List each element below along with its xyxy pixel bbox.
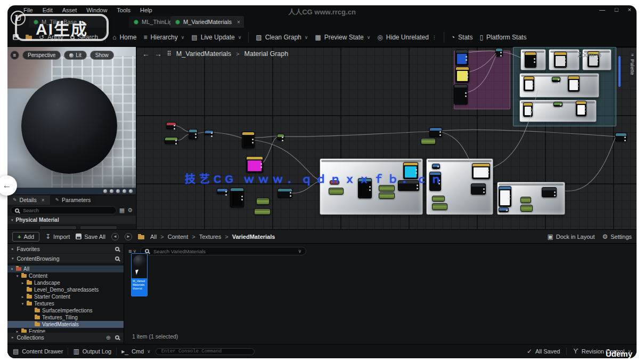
breadcrumb-asset[interactable]: M_VariedMaterials (176, 50, 231, 58)
menu-edit[interactable]: Edit (43, 7, 53, 13)
material-node[interactable] (432, 164, 440, 169)
material-node[interactable] (568, 76, 580, 92)
tree-item-starter-content[interactable]: ▸ Starter Content (7, 293, 124, 300)
history-back-icon[interactable]: ◄ (111, 233, 119, 240)
tab-varied-materials[interactable]: M_VariedMaterials × (170, 16, 244, 28)
preview-sphere[interactable] (21, 78, 117, 174)
material-node[interactable] (523, 102, 533, 117)
tree-item-textures-tiling[interactable]: Textures_Tiling (7, 314, 124, 321)
material-node[interactable] (230, 188, 244, 207)
lit-mode-button[interactable]: Lit (64, 51, 87, 60)
viewport-menu-button[interactable]: ≡ (10, 51, 19, 60)
material-node[interactable] (524, 76, 534, 91)
tree-item-varied-materials[interactable]: VariedMaterials (7, 321, 124, 328)
details-search-box[interactable] (11, 206, 117, 214)
menu-tools[interactable]: Tools (117, 7, 131, 13)
sphere-mesh-icon[interactable] (109, 189, 114, 194)
preview-state-button[interactable]: ▦ Preview State ∨ (315, 34, 370, 41)
content-drawer-button[interactable]: ▤ Content Drawer (13, 348, 63, 355)
parameter-node[interactable] (329, 188, 344, 195)
material-node[interactable] (495, 48, 503, 57)
tab-parameters[interactable]: ✎ Parameters (50, 195, 96, 205)
material-node[interactable] (553, 102, 563, 107)
add-button[interactable]: + Add (12, 232, 39, 242)
material-node[interactable] (429, 127, 442, 137)
plane-mesh-icon[interactable] (116, 189, 120, 194)
search-icon[interactable] (115, 335, 119, 340)
tree-item-surface-imperfections[interactable]: SurfaceImperfections (7, 307, 124, 314)
parameter-node[interactable] (421, 138, 436, 144)
material-node[interactable] (277, 134, 284, 140)
asset-search-input[interactable] (152, 248, 295, 255)
chevron-down-icon[interactable]: ∨ (298, 248, 301, 254)
material-node[interactable] (217, 188, 228, 194)
back-arrow-icon[interactable]: ← (142, 50, 150, 58)
output-log-button[interactable]: ▥ Output Log (73, 348, 111, 355)
cube-mesh-icon[interactable] (122, 189, 127, 194)
minimize-button[interactable]: — (599, 6, 605, 13)
stats-button[interactable]: ◔ Stats (451, 34, 473, 41)
close-button[interactable]: × (628, 6, 631, 13)
parameter-node[interactable] (379, 192, 395, 199)
material-node[interactable] (471, 183, 486, 195)
material-node[interactable] (472, 163, 490, 179)
asset-view[interactable]: ≡∨ ∨ M_Varied Materials Material 1 (124, 244, 637, 344)
material-node[interactable] (278, 188, 292, 198)
material-node[interactable] (165, 137, 178, 144)
details-search-input[interactable] (22, 207, 112, 214)
console-input[interactable] (160, 348, 250, 355)
material-node[interactable] (242, 132, 255, 148)
cmd-dropdown[interactable]: ▸_ Cmd ∨ (121, 348, 151, 355)
grid-view-icon[interactable]: ▦ (119, 207, 125, 214)
parameter-node[interactable] (432, 203, 447, 210)
hierarchy-button[interactable]: ≡ Hierarchy ∨ (143, 34, 184, 41)
favorites-header[interactable]: ▸ Favorites (7, 244, 124, 253)
material-node[interactable] (205, 130, 214, 135)
breadcrumb-page[interactable]: Material Graph (244, 50, 289, 58)
material-node[interactable] (499, 186, 511, 207)
parameter-node[interactable] (432, 196, 445, 202)
clean-graph-button[interactable]: ▨ Clean Graph ∨ (256, 34, 308, 41)
menu-help[interactable]: Help (140, 7, 152, 13)
collections-header[interactable]: ▸ Collections ⊕ (7, 333, 124, 342)
gear-icon[interactable]: ⚙ (127, 207, 133, 214)
add-collection-icon[interactable]: ⊕ (106, 334, 111, 341)
console-input-box[interactable] (156, 348, 255, 355)
asset-search-box[interactable]: ∨ (140, 247, 306, 255)
material-node[interactable] (455, 50, 468, 66)
material-preview-viewport[interactable]: ≡ Perspective Lit Show (7, 47, 136, 195)
material-node[interactable] (542, 187, 557, 197)
material-node[interactable] (189, 129, 198, 139)
hide-unrelated-button[interactable]: ◎ Hide Unrelated ⋮ (377, 34, 437, 41)
import-button[interactable]: ↧ Import (45, 233, 70, 240)
tab-close-icon[interactable]: × (42, 197, 45, 203)
path-all[interactable]: All (150, 234, 157, 240)
material-node[interactable] (525, 52, 536, 68)
material-node[interactable] (455, 67, 469, 83)
tree-item-all[interactable]: ▾ All (7, 266, 124, 272)
parameter-node[interactable] (520, 197, 531, 203)
parameter-node[interactable] (520, 205, 533, 212)
material-node[interactable] (576, 101, 586, 116)
home-button[interactable]: ⌂ Home (112, 34, 136, 41)
path-content[interactable]: Content (168, 234, 189, 240)
custom-mesh-icon[interactable] (128, 189, 133, 194)
menu-file[interactable]: File (23, 7, 33, 13)
tree-item-level-demo[interactable]: Level_Demo_sharedassets (7, 286, 124, 293)
search-icon[interactable] (115, 247, 119, 251)
save-all-button[interactable]: Save All (76, 234, 105, 240)
kebab-menu-icon[interactable]: ⋮ (432, 35, 437, 40)
tree-item-content[interactable]: ▾ Content (7, 272, 124, 279)
tree-item-landscape[interactable]: ▸ Landscape (7, 279, 124, 286)
menu-asset[interactable]: Asset (62, 7, 77, 13)
forward-arrow-icon[interactable]: → (154, 50, 162, 58)
path-varied-materials[interactable]: VariedMaterials (232, 234, 275, 240)
search-icon[interactable] (115, 256, 119, 261)
sources-header[interactable]: ▾ ContentBrowsing (7, 254, 124, 263)
palette-scrollbar[interactable] (618, 56, 621, 87)
asset-tile-varied-materials[interactable]: M_Varied Materials Material (131, 253, 148, 296)
platform-stats-button[interactable]: ▯ Platform Stats (479, 34, 526, 41)
show-button[interactable]: Show (90, 51, 114, 60)
tree-item-textures[interactable]: ▾ Textures (7, 300, 124, 307)
perspective-button[interactable]: Perspective (22, 51, 61, 60)
